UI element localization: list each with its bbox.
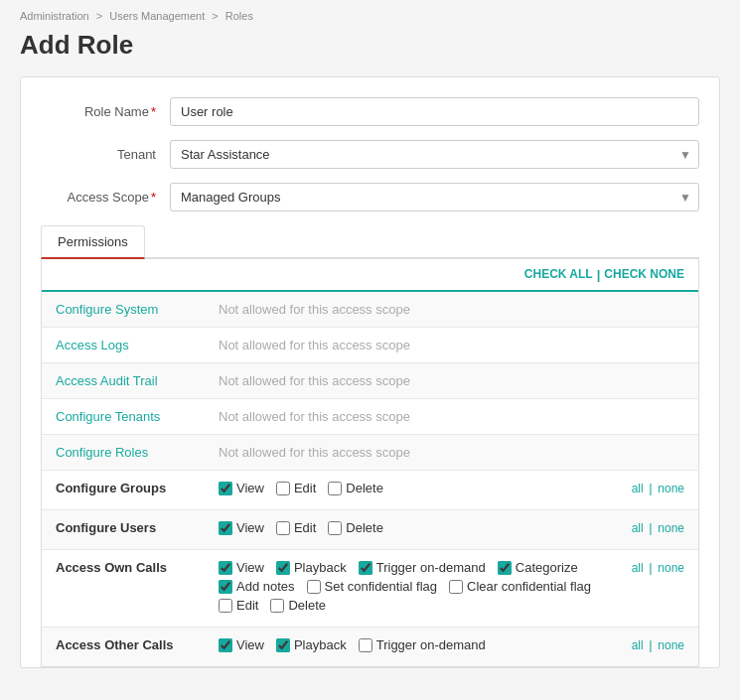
- tenant-label: Tenant: [41, 147, 170, 162]
- perm-name: Configure Users: [56, 520, 156, 535]
- role-name-input[interactable]: [170, 97, 699, 126]
- ctrl-edit[interactable]: Edit: [219, 598, 258, 613]
- perm-name: Access Own Calls: [56, 560, 167, 575]
- checkbox-trigger[interactable]: [359, 561, 372, 575]
- all-link[interactable]: all: [632, 482, 644, 495]
- perm-name: Configure Groups: [56, 481, 166, 495]
- checkbox-setconf[interactable]: [307, 580, 321, 594]
- checkbox-delete[interactable]: [328, 482, 342, 495]
- all-link[interactable]: all: [632, 521, 644, 535]
- breadcrumb-admin[interactable]: Administration: [20, 10, 89, 22]
- checkbox-clearconf[interactable]: [449, 580, 463, 594]
- perm-all-none: all | none: [632, 637, 684, 652]
- ctrl-edit[interactable]: Edit: [276, 481, 316, 495]
- not-allowed-text: Not allowed for this access scope: [219, 338, 410, 352]
- check-separator: |: [597, 267, 601, 282]
- controls-wrap: View Playback Trigger on-demand Categori…: [219, 560, 610, 617]
- ctrl-edit[interactable]: Edit: [276, 520, 316, 535]
- ctrl-setconf[interactable]: Set confidential flag: [307, 579, 437, 594]
- perm-name: Access Audit Trail: [56, 373, 158, 388]
- none-link[interactable]: none: [658, 638, 684, 652]
- ctrl-trigger[interactable]: Trigger on-demand: [359, 560, 486, 575]
- ctrl-view[interactable]: View: [219, 520, 264, 535]
- page: Administration > Users Management > Role…: [0, 0, 740, 700]
- check-none-link[interactable]: CHECK NONE: [604, 267, 684, 282]
- table-row: Access Own Calls View Playback Trigger o…: [42, 550, 698, 628]
- checkbox-edit[interactable]: [219, 599, 232, 613]
- ctrl-addnotes[interactable]: Add notes: [219, 579, 295, 594]
- checkbox-edit[interactable]: [276, 521, 290, 535]
- checkbox-categorize[interactable]: [498, 561, 512, 575]
- perm-all-none: all | none: [632, 560, 684, 575]
- ctrl-trigger[interactable]: Trigger on-demand: [359, 637, 486, 652]
- permissions-table: Configure System Not allowed for this ac…: [42, 292, 698, 666]
- breadcrumb-roles[interactable]: Roles: [225, 10, 253, 22]
- ctrl-categorize[interactable]: Categorize: [498, 560, 578, 575]
- controls-wrap: View Edit Delete: [219, 481, 610, 499]
- ctrl-view[interactable]: View: [219, 637, 264, 652]
- tabs-section: Permissions CHECK ALL | CHECK NONE Confi…: [41, 225, 699, 667]
- ctrl-delete[interactable]: Delete: [328, 520, 383, 535]
- table-row: Access Logs Not allowed for this access …: [42, 328, 698, 363]
- table-row: Access Audit Trail Not allowed for this …: [42, 363, 698, 399]
- access-scope-select-wrapper: Managed Groups ▼: [170, 183, 699, 211]
- perm-name: Configure System: [56, 302, 158, 317]
- ctrl-playback[interactable]: Playback: [276, 560, 347, 575]
- checkbox-delete[interactable]: [270, 599, 284, 613]
- tab-content: CHECK ALL | CHECK NONE Configure System …: [41, 259, 699, 667]
- checkbox-playback[interactable]: [276, 561, 290, 575]
- not-allowed-text: Not allowed for this access scope: [219, 373, 410, 388]
- form-card: Role Name* Tenant Star Assistance ▼ Acce…: [20, 76, 720, 668]
- none-link[interactable]: none: [658, 482, 684, 495]
- not-allowed-text: Not allowed for this access scope: [219, 409, 410, 424]
- perm-all-none: all | none: [632, 520, 684, 535]
- checkbox-view[interactable]: [219, 482, 232, 495]
- access-scope-select[interactable]: Managed Groups: [170, 183, 699, 211]
- all-link[interactable]: all: [632, 561, 644, 575]
- perm-name: Access Logs: [56, 338, 129, 352]
- perm-name: Configure Tenants: [56, 409, 160, 424]
- breadcrumb-users[interactable]: Users Management: [109, 10, 205, 22]
- controls-wrap: View Edit Delete: [219, 520, 610, 539]
- table-row: Configure Groups View Edit Delete: [42, 471, 698, 510]
- checkbox-edit[interactable]: [276, 482, 290, 495]
- page-title: Add Role: [20, 30, 720, 61]
- tenant-select-wrapper: Star Assistance ▼: [170, 140, 699, 169]
- checkbox-addnotes[interactable]: [219, 580, 232, 594]
- table-row: Access Other Calls View Playback Trigger…: [42, 628, 698, 667]
- ctrl-delete[interactable]: Delete: [270, 598, 326, 613]
- perm-name: Configure Roles: [56, 445, 148, 460]
- table-row: Configure Users View Edit Delete: [42, 510, 698, 550]
- all-link[interactable]: all: [632, 638, 644, 652]
- controls-wrap: View Playback Trigger on-demand: [219, 637, 610, 656]
- access-scope-row: Access Scope* Managed Groups ▼: [41, 183, 699, 211]
- checkbox-delete[interactable]: [328, 521, 342, 535]
- none-link[interactable]: none: [658, 521, 684, 535]
- checkbox-trigger[interactable]: [359, 638, 372, 652]
- tab-nav: Permissions: [41, 225, 699, 259]
- checkbox-playback[interactable]: [276, 638, 290, 652]
- perm-name: Access Other Calls: [56, 637, 174, 652]
- perm-all-none: all | none: [632, 481, 684, 495]
- table-row: Configure Tenants Not allowed for this a…: [42, 399, 698, 435]
- ctrl-view[interactable]: View: [219, 560, 264, 575]
- role-name-label: Role Name*: [41, 104, 170, 119]
- role-name-row: Role Name*: [41, 97, 699, 126]
- table-row: Configure Roles Not allowed for this acc…: [42, 435, 698, 471]
- checkbox-view[interactable]: [219, 561, 232, 575]
- breadcrumb: Administration > Users Management > Role…: [20, 10, 720, 22]
- ctrl-view[interactable]: View: [219, 481, 264, 495]
- not-allowed-text: Not allowed for this access scope: [219, 445, 410, 460]
- check-all-link[interactable]: CHECK ALL: [524, 267, 593, 282]
- tab-permissions[interactable]: Permissions: [41, 225, 145, 259]
- tenant-row: Tenant Star Assistance ▼: [41, 140, 699, 169]
- checkbox-view[interactable]: [219, 521, 232, 535]
- checkbox-view[interactable]: [219, 638, 232, 652]
- table-row: Configure System Not allowed for this ac…: [42, 292, 698, 328]
- ctrl-clearconf[interactable]: Clear confidential flag: [449, 579, 591, 594]
- ctrl-playback[interactable]: Playback: [276, 637, 347, 652]
- none-link[interactable]: none: [658, 561, 684, 575]
- ctrl-delete[interactable]: Delete: [328, 481, 383, 495]
- check-all-row: CHECK ALL | CHECK NONE: [42, 259, 698, 292]
- tenant-select[interactable]: Star Assistance: [170, 140, 699, 169]
